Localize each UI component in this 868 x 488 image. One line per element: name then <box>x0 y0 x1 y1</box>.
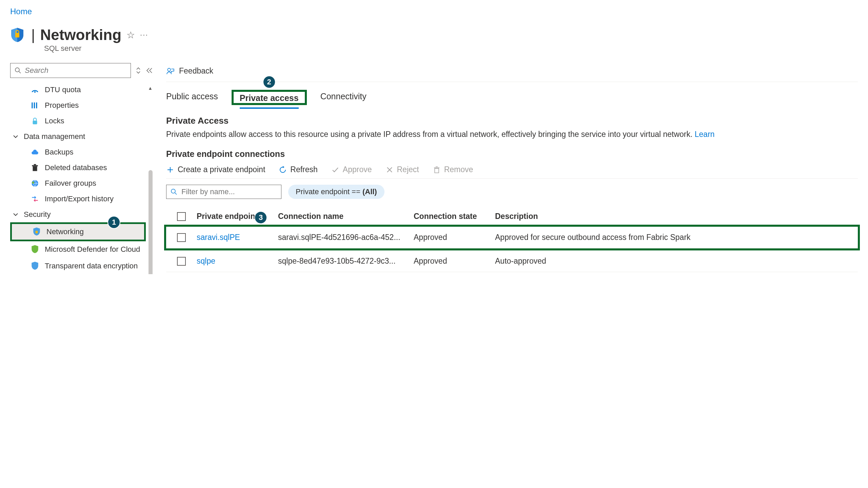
feedback-button[interactable]: Feedback <box>179 66 213 76</box>
sidebar-item-label: Failover groups <box>45 179 96 188</box>
sidebar-category-security[interactable]: Security <box>10 207 146 222</box>
sidebar-item-label: Transparent data encryption <box>45 261 138 271</box>
collapse-sidebar-icon[interactable] <box>146 67 153 74</box>
col-header-connection-name[interactable]: Connection name <box>278 212 414 221</box>
search-icon <box>15 67 25 74</box>
sidebar-item-label: DTU quota <box>45 85 81 94</box>
callout-badge-2: 2 <box>263 76 276 88</box>
table-header-row: Private endpoint Connection name Connect… <box>166 208 858 225</box>
section-title-connections: Private endpoint connections <box>166 149 858 159</box>
shield-lock-icon <box>32 227 41 236</box>
sidebar-item-label: Properties <box>45 101 79 110</box>
cell-connection-name: sqlpe-8ed47e93-10b5-4272-9c3... <box>278 257 414 266</box>
svg-rect-10 <box>34 164 36 165</box>
x-icon <box>386 166 394 174</box>
sidebar-category-data-management[interactable]: Data management <box>10 129 146 144</box>
sidebar-item-networking[interactable]: Networking <box>12 224 144 240</box>
svg-rect-6 <box>36 102 37 108</box>
sidebar-item-locks[interactable]: Locks <box>10 113 146 129</box>
create-endpoint-button[interactable]: Create a private endpoint <box>166 165 265 174</box>
chevron-down-icon <box>13 213 18 216</box>
callout-highlight-row: 3 saravi.sqlPE saravi.sqlPE-4d521696-ac6… <box>164 225 860 250</box>
globe-icon <box>31 179 39 188</box>
lock-icon <box>31 117 39 125</box>
sidebar-item-deleted-databases[interactable]: Deleted databases <box>10 160 146 176</box>
callout-badge-3: 3 <box>254 211 267 224</box>
more-icon[interactable]: ··· <box>140 30 148 39</box>
select-all-checkbox[interactable] <box>177 212 186 221</box>
page-title: Networking <box>40 26 121 43</box>
sidebar-item-label: Backups <box>45 148 73 157</box>
sql-shield-icon <box>10 27 24 43</box>
filter-pill[interactable]: Private endpoint == (All) <box>288 185 384 199</box>
sidebar-item-backups[interactable]: Backups <box>10 144 146 160</box>
svg-point-1 <box>15 68 19 72</box>
row-checkbox[interactable] <box>177 257 186 266</box>
row-checkbox[interactable] <box>177 233 186 242</box>
cloud-icon <box>31 148 39 157</box>
sidebar-item-failover-groups[interactable]: Failover groups <box>10 176 146 191</box>
svg-rect-0 <box>15 33 19 38</box>
resource-type-label: SQL server <box>44 44 858 53</box>
properties-icon <box>31 101 39 110</box>
shield-check-icon <box>31 245 39 254</box>
svg-rect-15 <box>435 168 439 173</box>
table-row[interactable]: saravi.sqlPE saravi.sqlPE-4d521696-ac6a-… <box>166 227 858 248</box>
sidebar-item-label: Networking <box>46 227 84 236</box>
table-row[interactable]: sqlpe sqlpe-8ed47e93-10b5-4272-9c3... Ap… <box>166 250 858 272</box>
refresh-button[interactable]: Refresh <box>279 165 318 174</box>
svg-point-3 <box>34 91 36 93</box>
sidebar-search[interactable] <box>10 63 131 78</box>
sidebar-item-import-export[interactable]: Import/Export history <box>10 191 146 207</box>
endpoint-link[interactable]: saravi.sqlPE <box>197 233 278 242</box>
import-export-icon <box>31 195 39 203</box>
svg-rect-7 <box>33 121 37 124</box>
callout-highlight-private-tab: 2 Private access <box>232 90 307 105</box>
favorite-star-icon[interactable]: ☆ <box>126 29 135 41</box>
tab-public-access[interactable]: Public access <box>166 89 218 106</box>
title-separator: | <box>31 26 35 43</box>
cell-connection-name: saravi.sqlPE-4d521696-ac6a-452... <box>278 233 414 242</box>
cell-description: Auto-approved <box>495 257 858 266</box>
sidebar-item-label: Import/Export history <box>45 195 114 203</box>
tab-private-access[interactable]: Private access <box>240 90 299 109</box>
sidebar-item-properties[interactable]: Properties <box>10 98 146 113</box>
tab-connectivity[interactable]: Connectivity <box>320 89 367 106</box>
plus-icon <box>166 166 174 174</box>
svg-rect-5 <box>34 102 35 108</box>
col-header-description[interactable]: Description <box>495 212 858 221</box>
filter-by-name[interactable] <box>166 185 281 199</box>
svg-rect-8 <box>33 166 37 171</box>
shield-icon <box>31 262 39 270</box>
callout-badge-1: 1 <box>107 216 120 229</box>
col-header-connection-state[interactable]: Connection state <box>414 212 495 221</box>
scrollbar-thumb[interactable] <box>149 170 153 274</box>
feedback-icon <box>166 67 175 76</box>
endpoint-link[interactable]: sqlpe <box>197 257 278 266</box>
scroll-up-arrow-icon[interactable]: ▲ <box>148 85 153 91</box>
trash-icon <box>31 163 39 172</box>
search-icon <box>171 188 181 195</box>
expand-toggle-icon[interactable] <box>136 67 141 74</box>
sidebar-item-defender[interactable]: Microsoft Defender for Cloud <box>10 241 146 258</box>
learn-more-link[interactable]: Learn <box>695 130 715 139</box>
sidebar-item-label: Microsoft Defender for Cloud <box>45 245 140 255</box>
sidebar-category-label: Security <box>24 210 51 219</box>
sidebar-item-tde[interactable]: Transparent data encryption <box>10 258 146 274</box>
chevron-down-icon <box>13 135 18 138</box>
sidebar-item-label: Deleted databases <box>45 163 107 172</box>
sidebar-item-dtu-quota[interactable]: DTU quota <box>10 82 146 98</box>
svg-rect-9 <box>32 165 38 166</box>
callout-highlight-networking: 1 Networking <box>10 222 146 241</box>
sidebar: ▲ DTU quota Properties <box>10 63 153 274</box>
sidebar-item-label: Locks <box>45 117 64 125</box>
filter-input[interactable] <box>181 187 277 196</box>
remove-button: Remove <box>433 165 473 174</box>
search-input[interactable] <box>25 66 126 75</box>
endpoints-table: Private endpoint Connection name Connect… <box>166 208 858 272</box>
svg-line-2 <box>19 72 21 73</box>
cell-connection-state: Approved <box>414 233 495 242</box>
svg-rect-4 <box>32 102 33 108</box>
cell-description: Approved for secure outbound access from… <box>495 233 858 242</box>
breadcrumb-home[interactable]: Home <box>10 7 32 16</box>
